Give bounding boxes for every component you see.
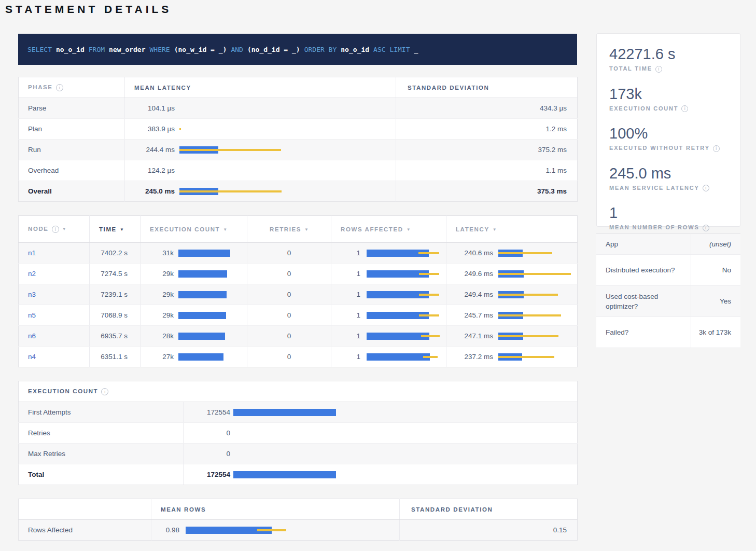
sql-token: ASC LIMIT bbox=[373, 46, 410, 53]
sort-caret-icon: ▼ bbox=[120, 227, 124, 232]
node-link[interactable]: n5 bbox=[28, 311, 36, 319]
phase-column-header: PHASEi bbox=[19, 77, 125, 98]
latency-cell: 240.6 ms bbox=[456, 249, 577, 257]
latency-value: 245.7 ms bbox=[456, 311, 493, 319]
stddev-bar bbox=[498, 335, 558, 337]
rows-affected-label: Rows Affected bbox=[19, 520, 151, 541]
exec-count-value: 0 bbox=[191, 429, 230, 437]
latency-value: 237.2 ms bbox=[456, 353, 493, 361]
right-sidebar: 42271.6 s TOTAL TIMEi 173k EXECUTION COU… bbox=[596, 33, 740, 348]
latency-bar bbox=[179, 105, 396, 112]
node-column-header[interactable]: NODEi▼ bbox=[19, 216, 90, 243]
latency-cell: 247.1 ms bbox=[456, 332, 577, 340]
table-row: Failed? 3k of 173k bbox=[596, 317, 740, 348]
exec-count-cell: 172554 bbox=[191, 408, 577, 416]
execution-count-value: 29k bbox=[149, 291, 174, 298]
retries-value: 0 bbox=[247, 243, 331, 264]
latency-value: 247.1 ms bbox=[456, 332, 493, 340]
table-header-row: NODEi▼ TIME▼ EXECUTION COUNT▼ RETRIES▼ R… bbox=[19, 216, 578, 243]
execution-count-cell: 27k bbox=[149, 353, 247, 361]
phase-label: Plan bbox=[19, 119, 125, 140]
latency-column-header[interactable]: LATENCY▼ bbox=[446, 216, 578, 243]
retries-column-header[interactable]: RETRIES▼ bbox=[247, 216, 331, 243]
execution-count-column-header[interactable]: EXECUTION COUNT▼ bbox=[141, 216, 247, 243]
sql-token: AND bbox=[231, 46, 243, 53]
count-bar-wrap bbox=[233, 450, 577, 458]
rows-affected-bar bbox=[367, 270, 446, 278]
execution-count-bar bbox=[178, 270, 247, 278]
retries-value: 0 bbox=[247, 284, 331, 305]
attribute-label: Used cost-based optimizer? bbox=[596, 286, 691, 317]
retries-value: 0 bbox=[247, 264, 331, 284]
sql-statement-box: SELECTno_o_idFROMnew_orderWHERE(no_w_id … bbox=[18, 34, 577, 65]
sql-token: ORDER BY bbox=[304, 46, 337, 53]
info-icon[interactable]: i bbox=[703, 185, 709, 191]
main-content: SELECTno_o_idFROMnew_orderWHERE(no_w_id … bbox=[18, 34, 577, 551]
stat-label: EXECUTED WITHOUT RETRYi bbox=[609, 145, 727, 152]
exec-row-label: Total bbox=[19, 464, 184, 485]
sql-statement: SELECTno_o_idFROMnew_orderWHERE(no_w_id … bbox=[27, 46, 422, 53]
info-icon[interactable]: i bbox=[681, 105, 688, 112]
time-value: 7068.9 s bbox=[90, 305, 141, 326]
execution-count-cell: 29k bbox=[149, 270, 247, 278]
stddev-bar bbox=[498, 252, 552, 254]
count-bar bbox=[178, 270, 227, 278]
info-icon[interactable]: i bbox=[52, 226, 59, 233]
stddev-value: 375.3 ms bbox=[396, 181, 578, 202]
stddev-bar bbox=[179, 190, 282, 192]
attribute-label: Distributed execution? bbox=[596, 255, 691, 286]
stat-execution-count: 173k EXECUTION COUNTi bbox=[609, 85, 727, 113]
info-icon[interactable]: i bbox=[713, 145, 720, 152]
latency-bar bbox=[498, 250, 577, 257]
stat-label: EXECUTION COUNTi bbox=[609, 105, 727, 113]
node-link[interactable]: n1 bbox=[28, 249, 36, 257]
table-row: n5 7068.9 s 29k 0 1 245.7 ms bbox=[19, 305, 578, 326]
mean-latency-value: 383.9 µs bbox=[134, 125, 175, 133]
count-bar bbox=[178, 333, 225, 340]
node-link[interactable]: n6 bbox=[28, 332, 36, 340]
stat-label-text: TOTAL TIME bbox=[609, 65, 652, 72]
phase-latency-table: PHASEi MEAN LATENCY STANDARD DEVIATION P… bbox=[18, 77, 578, 202]
node-link[interactable]: n2 bbox=[28, 270, 36, 278]
info-icon[interactable]: i bbox=[703, 225, 709, 231]
exec-count-value: 172554 bbox=[191, 408, 230, 416]
table-header-row: MEAN ROWS STANDARD DEVIATION bbox=[19, 499, 578, 520]
retries-header-label: RETRIES bbox=[270, 226, 301, 232]
count-bar bbox=[178, 291, 227, 298]
stat-label-text: MEAN NUMBER OF ROWS bbox=[609, 224, 699, 230]
stddev-value: 434.3 µs bbox=[396, 98, 578, 119]
stddev-value: 1.1 ms bbox=[396, 160, 578, 181]
sql-token: no_o_id bbox=[341, 46, 369, 53]
node-link[interactable]: n3 bbox=[28, 291, 36, 298]
time-value: 7402.2 s bbox=[90, 243, 141, 264]
execution-count-bar bbox=[178, 353, 247, 361]
table-row: Overall 245.0 ms 375.3 ms bbox=[19, 181, 578, 202]
rows-affected-header-label: ROWS AFFECTED bbox=[341, 226, 403, 232]
mean-latency-value: 104.1 µs bbox=[134, 104, 175, 112]
standard-deviation-column-header: STANDARD DEVIATION bbox=[396, 77, 578, 98]
table-row: Used cost-based optimizer? Yes bbox=[596, 286, 740, 317]
node-link[interactable]: n4 bbox=[28, 353, 36, 361]
stddev-bar bbox=[423, 356, 438, 358]
time-column-header[interactable]: TIME▼ bbox=[90, 216, 141, 243]
sort-caret-icon: ▼ bbox=[493, 227, 497, 232]
rows-affected-bar bbox=[367, 312, 446, 319]
rows-affected-column-header[interactable]: ROWS AFFECTED▼ bbox=[331, 216, 446, 243]
stat-mean-number-of-rows: 1 MEAN NUMBER OF ROWSi bbox=[609, 204, 727, 231]
latency-bar bbox=[179, 167, 396, 174]
attribute-label: App bbox=[596, 234, 691, 255]
mean-rows-value: 0.98 bbox=[161, 526, 179, 534]
stddev-bar bbox=[179, 149, 281, 151]
info-icon[interactable]: i bbox=[56, 84, 63, 91]
rows-affected-cell: 1 bbox=[340, 249, 446, 257]
table-row: n3 7239.1 s 29k 0 1 249.4 ms bbox=[19, 284, 578, 305]
time-value: 6935.7 s bbox=[90, 326, 141, 347]
info-icon[interactable]: i bbox=[655, 66, 662, 73]
info-icon[interactable]: i bbox=[101, 388, 108, 395]
mean-latency-value: 245.0 ms bbox=[134, 187, 175, 195]
empty-header-cell bbox=[19, 499, 151, 520]
stat-value: 173k bbox=[609, 85, 727, 103]
exec-row-label: First Attempts bbox=[19, 402, 184, 423]
count-bar bbox=[178, 250, 230, 257]
execution-count-header-label: EXECUTION COUNT bbox=[150, 226, 220, 232]
